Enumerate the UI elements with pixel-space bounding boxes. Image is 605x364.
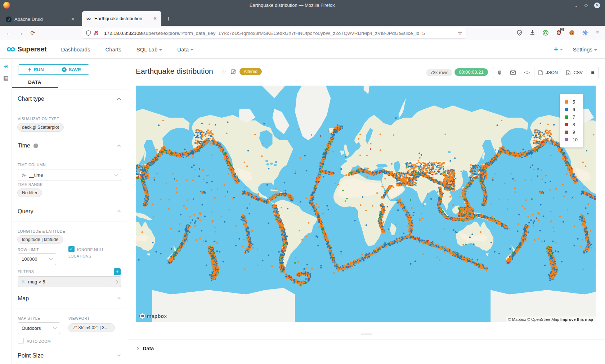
clock-icon: ◷ (22, 172, 26, 178)
chevron-up-icon[interactable] (117, 145, 121, 148)
legend-swatch-icon (565, 131, 568, 134)
window-restore-icon[interactable]: ◇ (584, 3, 588, 8)
tab-bar: ∂ Apache Druid ✕ ∞ Earthquake distributi… (0, 10, 605, 26)
superset-favicon-icon: ∞ (86, 16, 91, 22)
section-point-size[interactable]: Point Size (18, 352, 44, 359)
chevron-right-icon[interactable] (115, 280, 118, 283)
chevron-right-icon (135, 347, 139, 350)
superset-navbar: ∞ Superset Dashboards Charts SQL Lab Dat… (0, 40, 605, 59)
chevron-down-icon (49, 257, 53, 260)
legend-item[interactable]: 7 (565, 113, 578, 121)
file-x-icon (566, 70, 570, 75)
section-map[interactable]: Map (18, 295, 29, 302)
more-options-button[interactable]: ≡ (587, 67, 598, 78)
url-path: /superset/explore/?form_data_key=1Ykx7oD… (142, 31, 425, 36)
menu-icon[interactable]: ≡ (596, 29, 599, 37)
chevron-up-icon[interactable] (117, 297, 121, 301)
edit-properties-icon[interactable] (231, 69, 236, 76)
resize-handle[interactable] (361, 333, 372, 336)
legend-label: 7 (573, 115, 575, 120)
embed-code-button[interactable]: <> (520, 67, 534, 78)
ignore-null-checkbox[interactable]: ✓ (68, 246, 75, 252)
improve-map-link[interactable]: Improve this map (560, 317, 593, 322)
legend-swatch-icon (565, 138, 568, 141)
window-close-icon[interactable]: ✕ (594, 3, 600, 8)
save-button[interactable]: + SAVE (54, 65, 89, 74)
deckgl-map[interactable]: 5678910 m mapbox © Mapbox © OpenStreetMa… (136, 86, 596, 322)
chevron-down-icon[interactable] (117, 353, 121, 357)
viz-type-value[interactable]: deck.gl Scatterplot (17, 123, 64, 132)
section-query[interactable]: Query (18, 208, 33, 215)
run-button[interactable]: RUN (18, 65, 54, 74)
legend-label: 8 (573, 122, 575, 127)
lock-insecure-icon[interactable] (94, 30, 99, 36)
legend-item[interactable]: 10 (565, 136, 578, 144)
legend-label: 5 (573, 100, 575, 105)
data-panel-label: Data (143, 346, 154, 351)
export-json-button[interactable]: .JSON (534, 67, 562, 78)
altered-badge: Altered (239, 68, 262, 75)
time-range-value[interactable]: No filter (17, 188, 42, 197)
row-limit-select[interactable]: 100000 (18, 253, 56, 265)
settings-menu[interactable]: Settings (573, 46, 597, 53)
extension-green-icon[interactable] (543, 30, 548, 37)
legend-item[interactable]: 8 (565, 121, 578, 128)
multiaccount-containers-icon[interactable] (582, 30, 588, 37)
nav-sql-lab[interactable]: SQL Lab (136, 46, 162, 53)
url-bar[interactable]: 172.18.0.3:32108/superset/explore/?form_… (82, 28, 466, 38)
data-panel-toggle[interactable]: Data (129, 343, 160, 354)
lonlat-label: LONGITUDE & LATITUDE (18, 229, 65, 233)
tab-close-icon[interactable]: ✕ (70, 17, 76, 22)
add-new-button[interactable]: + (554, 45, 563, 54)
bookmark-star-icon[interactable]: ☆ (458, 30, 462, 36)
window-minimize-icon[interactable]: ⌄ (574, 3, 578, 8)
map-attribution: © Mapbox © OpenStreetMap Improve this ma… (506, 317, 596, 322)
tab-earthquake-distribution[interactable]: ∞ Earthquake distribution ✕ (82, 11, 161, 26)
mapbox-logo[interactable]: m mapbox (139, 313, 167, 319)
legend-item[interactable]: 6 (565, 106, 578, 113)
auto-zoom-checkbox[interactable] (18, 338, 24, 344)
section-time[interactable]: Time i (18, 142, 38, 149)
legend-swatch-icon (565, 100, 568, 104)
share-link-button[interactable] (493, 67, 506, 78)
tab-data[interactable]: DATA (28, 79, 41, 85)
export-csv-button[interactable]: .CSV (562, 67, 587, 78)
lonlat-value[interactable]: longitude | latitude (17, 235, 63, 244)
collapse-panel-icon[interactable] (0, 64, 12, 70)
cookie-icon[interactable] (569, 30, 575, 37)
add-filter-button[interactable]: + (114, 268, 121, 275)
time-column-select[interactable]: ◷ __time (18, 169, 121, 181)
tab-apache-druid[interactable]: ∂ Apache Druid ✕ (2, 13, 79, 26)
section-chart-type[interactable]: Chart type (18, 96, 44, 102)
email-button[interactable] (506, 67, 520, 78)
back-button[interactable]: ← (2, 30, 14, 36)
dataset-grid-icon[interactable]: ▦ (0, 75, 12, 81)
protection-shield-icon[interactable] (517, 30, 522, 37)
remove-filter-icon[interactable]: ✕ (18, 279, 28, 284)
tab-title: Apache Druid (14, 17, 70, 22)
envelope-icon (510, 70, 516, 75)
ublock-shield-icon[interactable]: 2 (556, 30, 561, 37)
filter-chip[interactable]: ✕ mag > 5 (18, 276, 121, 287)
nav-dashboards[interactable]: Dashboards (61, 46, 90, 53)
legend-item[interactable]: 5 (565, 98, 578, 106)
nav-charts[interactable]: Charts (105, 46, 121, 53)
viewport-value[interactable]: 7° 35' 54.02" | 31... (68, 323, 115, 332)
shield-icon[interactable] (86, 30, 91, 36)
favorite-star-icon[interactable]: ☆ (221, 68, 227, 76)
attribution-links[interactable]: © Mapbox © OpenStreetMap (508, 317, 560, 322)
chevron-up-icon[interactable] (117, 210, 121, 214)
filter-value: mag > 5 (28, 279, 112, 285)
chevron-up-icon[interactable] (117, 98, 121, 101)
left-rail: ▦ (0, 59, 12, 364)
chevron-down-icon (159, 49, 162, 51)
new-tab-button[interactable]: + (166, 15, 170, 23)
map-style-select[interactable]: Outdoors (18, 322, 60, 334)
ublock-badge: 2 (560, 28, 564, 31)
legend-item[interactable]: 9 (565, 128, 578, 136)
tab-close-icon[interactable]: ✕ (152, 16, 158, 21)
downloads-icon[interactable] (530, 30, 535, 36)
nav-data[interactable]: Data (177, 46, 193, 53)
reload-button[interactable]: ⟳ (27, 29, 39, 36)
forward-button[interactable]: → (14, 30, 27, 36)
